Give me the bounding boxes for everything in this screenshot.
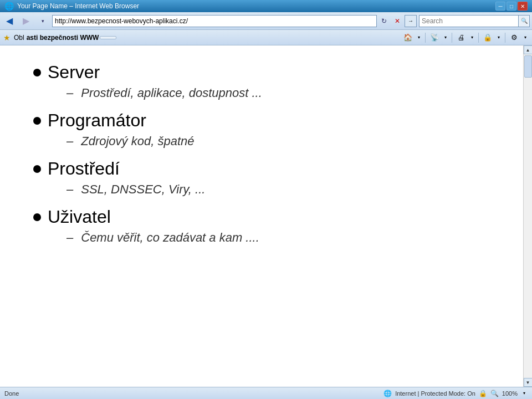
forward-button[interactable]: ▶ bbox=[19, 14, 33, 28]
toolbar-separator-3 bbox=[478, 33, 479, 43]
minimize-button[interactable]: ─ bbox=[495, 2, 505, 11]
bullet-dot-prostredi bbox=[33, 165, 41, 173]
go-button[interactable]: → bbox=[405, 15, 417, 27]
close-button[interactable]: ✕ bbox=[518, 2, 528, 11]
scrollbar-thumb[interactable] bbox=[524, 55, 532, 78]
zoom-dropdown-button[interactable]: ▾ bbox=[521, 387, 528, 400]
bullet-sub-prostredi: – SSL, DNSSEC, Viry, ... bbox=[33, 182, 490, 197]
breadcrumb-prefix: Obl bbox=[14, 34, 24, 42]
list-item-programator: Programátor – Zdrojový kod, špatné bbox=[33, 110, 490, 149]
safety-dropdown-button[interactable]: ▾ bbox=[495, 32, 502, 44]
toolbar: ★ Oblasti bezpečnosti WWW 🏠 ▾ 📡 ▾ 🖨 ▾ 🔒 … bbox=[0, 30, 532, 45]
search-button[interactable]: 🔍 bbox=[518, 16, 529, 27]
print-button[interactable]: 🖨 bbox=[455, 32, 467, 44]
bullet-sub-server: – Prostředí, aplikace, dostupnost ... bbox=[33, 86, 490, 100]
list-item-server: Server – Prostředí, aplikace, dostupnost… bbox=[33, 62, 490, 100]
zone-label: Internet | Protected Mode: On bbox=[395, 390, 475, 397]
bullet-main-programator: Programátor bbox=[33, 110, 490, 131]
favorites-star-icon: ★ bbox=[3, 33, 11, 42]
main-bullet-list: Server – Prostředí, aplikace, dostupnost… bbox=[33, 62, 490, 245]
globe-icon: 🌐 bbox=[383, 390, 392, 397]
bullet-sub-programator: – Zdrojový kod, špatné bbox=[33, 134, 490, 149]
dropdown-button[interactable]: ▾ bbox=[35, 14, 50, 28]
status-right: 🌐 Internet | Protected Mode: On 🔒 🔍 100%… bbox=[383, 387, 528, 400]
toolbar-blank-btn[interactable] bbox=[100, 36, 116, 39]
prostredi-label: Prostředí bbox=[48, 158, 120, 179]
status-text: Done bbox=[4, 390, 38, 397]
search-container: 🔍 bbox=[419, 15, 530, 27]
scrollbar-track bbox=[524, 54, 532, 378]
bullet-main-prostredi: Prostředí bbox=[33, 158, 490, 179]
window-title: Your Page Name – Internet Web Browser bbox=[17, 2, 139, 10]
stop-button[interactable]: ✕ bbox=[391, 15, 403, 27]
bullet-dot-server bbox=[33, 69, 41, 76]
title-bar: 🌐 Your Page Name – Internet Web Browser … bbox=[0, 0, 532, 12]
list-item-prostredi: Prostředí – SSL, DNSSEC, Viry, ... bbox=[33, 158, 490, 197]
scrollbar-down-button[interactable]: ▼ bbox=[524, 378, 533, 387]
toolbar-separator-1 bbox=[425, 33, 426, 43]
prostredi-sub-label: SSL, DNSSEC, Viry, ... bbox=[81, 182, 205, 197]
home-toolbar-button[interactable]: 🏠 bbox=[402, 32, 414, 44]
programator-sub-label: Zdrojový kod, špatné bbox=[81, 134, 194, 149]
zoom-icon: 🔍 bbox=[490, 390, 499, 397]
toolbar-right-icons: 🏠 ▾ 📡 ▾ 🖨 ▾ 🔒 ▾ ⚙ ▾ bbox=[402, 32, 529, 44]
address-input[interactable] bbox=[52, 15, 377, 27]
scrollbar: ▲ ▼ bbox=[523, 45, 532, 387]
browser-icon: 🌐 bbox=[4, 2, 14, 11]
breadcrumb: Oblasti bezpečnosti WWW bbox=[14, 34, 99, 42]
window-controls: ─ □ ✕ bbox=[495, 2, 528, 11]
refresh-button[interactable]: ↻ bbox=[378, 15, 390, 27]
maximize-button[interactable]: □ bbox=[507, 2, 516, 11]
list-item-uzivatel: Uživatel – Čemu věřit, co zadávat a kam … bbox=[33, 207, 490, 245]
feeds-button[interactable]: 📡 bbox=[428, 32, 441, 44]
tools-dropdown-button[interactable]: ▾ bbox=[522, 32, 529, 44]
home-dropdown-button[interactable]: ▾ bbox=[416, 32, 422, 44]
programator-label: Programátor bbox=[48, 110, 146, 131]
server-label: Server bbox=[48, 62, 100, 83]
search-input[interactable] bbox=[420, 16, 518, 27]
server-sub-label: Prostředí, aplikace, dostupnost ... bbox=[81, 86, 262, 100]
uzivatel-sub-label: Čemu věřit, co zadávat a kam .... bbox=[81, 231, 259, 245]
scrollbar-up-button[interactable]: ▲ bbox=[524, 45, 533, 54]
tools-button[interactable]: ⚙ bbox=[508, 32, 520, 44]
nav-bar: ◀ ▶ ▾ ↻ ✕ → 🔍 bbox=[0, 12, 532, 30]
bullet-dot-uzivatel bbox=[33, 213, 41, 221]
address-bar-container: ↻ ✕ → bbox=[52, 15, 417, 27]
print-dropdown-button[interactable]: ▾ bbox=[469, 32, 475, 44]
breadcrumb-bold-text: asti bezpečnosti WWW bbox=[27, 34, 99, 42]
title-bar-left: 🌐 Your Page Name – Internet Web Browser bbox=[4, 2, 139, 11]
content-wrapper: Server – Prostředí, aplikace, dostupnost… bbox=[0, 45, 532, 387]
lock-icon: 🔒 bbox=[479, 390, 487, 397]
toolbar-separator-4 bbox=[505, 33, 505, 43]
safety-button[interactable]: 🔒 bbox=[482, 32, 494, 44]
bullet-main-server: Server bbox=[33, 62, 490, 83]
back-button[interactable]: ◀ bbox=[2, 14, 17, 28]
zoom-label: 100% bbox=[502, 390, 518, 397]
bullet-sub-uzivatel: – Čemu věřit, co zadávat a kam .... bbox=[33, 231, 490, 245]
status-bar: Done 🌐 Internet | Protected Mode: On 🔒 🔍… bbox=[0, 387, 532, 399]
main-content: Server – Prostředí, aplikace, dostupnost… bbox=[0, 45, 523, 387]
bullet-dot-programator bbox=[33, 117, 41, 125]
feeds-dropdown-button[interactable]: ▾ bbox=[442, 32, 449, 44]
uzivatel-label: Uživatel bbox=[48, 207, 111, 227]
bullet-main-uzivatel: Uživatel bbox=[33, 207, 490, 227]
toolbar-separator-2 bbox=[452, 33, 452, 43]
